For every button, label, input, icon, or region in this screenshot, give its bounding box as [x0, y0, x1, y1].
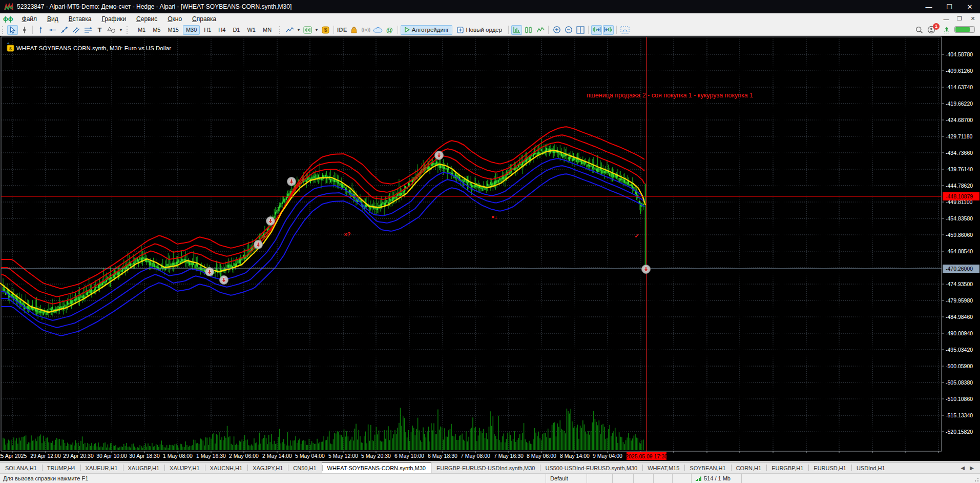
- price-tick-label: -404.58780: [946, 51, 973, 57]
- community-button[interactable]: @: [384, 25, 395, 35]
- toolbar-drag-handle[interactable]: [2, 26, 5, 34]
- market-button[interactable]: [349, 25, 360, 35]
- symbol-tab-WHEAT-SOYBEANS-CORN.synth,M30[interactable]: WHEAT-SOYBEANS-CORN.synth,M30: [322, 462, 431, 473]
- zoom-in-button[interactable]: [551, 25, 562, 35]
- chart-type-caret-icon[interactable]: ▼: [297, 28, 301, 32]
- symbol-tab-XAUCNH,H1[interactable]: XAUCNH,H1: [205, 462, 248, 473]
- equidistant-lines-tool-button[interactable]: [82, 25, 93, 35]
- menu-item-Окно[interactable]: Окно: [162, 14, 187, 24]
- close-button[interactable]: ✕: [960, 0, 980, 13]
- child-close-button[interactable]: ✕: [967, 15, 979, 23]
- update-arrow-icon[interactable]: [941, 25, 952, 35]
- status-profile[interactable]: Default: [546, 474, 587, 483]
- search-icon[interactable]: [914, 25, 925, 35]
- timeframe-button-D1[interactable]: D1: [230, 25, 243, 35]
- chart-canvas[interactable]: ×?×↓✓пшеница продажа 2 - соя покупка 1 -…: [0, 36, 980, 461]
- time-tick-label: 5 May 12:00: [328, 453, 358, 459]
- quotes-button[interactable]: $: [320, 25, 331, 35]
- metaquotes-icon: ϕϕ: [0, 15, 17, 23]
- symbol-tab-XAUEUR,H1[interactable]: XAUEUR,H1: [80, 462, 123, 473]
- text-tool-button[interactable]: T: [94, 25, 105, 35]
- symbol-tab-EURUSD,H1[interactable]: EURUSD,H1: [808, 462, 851, 473]
- crosshair-tool-button[interactable]: [19, 25, 30, 35]
- tile-windows-button[interactable]: [575, 25, 586, 35]
- toolbar-drag-handle[interactable]: [279, 26, 282, 34]
- price-tick-label: -484.98460: [946, 314, 973, 320]
- zoom-out-button[interactable]: [563, 25, 574, 35]
- toolbar-drag-handle[interactable]: [127, 26, 129, 34]
- price-tick-label: -429.71180: [946, 133, 973, 139]
- ide-button[interactable]: IDE: [337, 25, 348, 35]
- symbol-tab-SOYBEAN,H1[interactable]: SOYBEAN,H1: [684, 462, 731, 473]
- mt5-window: 52323847 - Alpari-MT5-Demo: Демо-счет - …: [0, 0, 980, 483]
- screenshot-button[interactable]: [619, 25, 630, 35]
- time-tick-label: 7 May 08:00: [461, 453, 490, 459]
- signals-button[interactable]: ((ο)): [361, 25, 371, 35]
- price-tick-label: -464.88540: [946, 248, 973, 254]
- timeframe-button-M5[interactable]: M5: [150, 25, 163, 35]
- notification-badge: 1: [933, 23, 940, 30]
- shift-end-button[interactable]: [591, 25, 602, 35]
- tabs-scroll-left-icon[interactable]: ◀: [961, 465, 965, 471]
- maximize-button[interactable]: ☐: [939, 0, 960, 13]
- connection-status-bar: [954, 26, 975, 34]
- timeframe-button-M30[interactable]: M30: [183, 25, 200, 35]
- price-tick-label: -454.83580: [946, 215, 973, 222]
- price-tick-label: -434.73660: [946, 150, 973, 156]
- child-restore-button[interactable]: ❐: [953, 15, 966, 23]
- status-cell: [741, 474, 980, 483]
- shapes-tool-button[interactable]: [106, 25, 117, 35]
- line-graph-button[interactable]: [535, 25, 546, 35]
- vertical-line-tool-button[interactable]: [35, 25, 46, 35]
- symbol-tab-USDInd,H1[interactable]: USDInd,H1: [851, 462, 890, 473]
- indicator-list-button[interactable]: [302, 25, 313, 35]
- cursor-tool-button[interactable]: [7, 25, 18, 35]
- menu-item-Сервис[interactable]: Сервис: [131, 14, 162, 24]
- timeframe-button-H1[interactable]: H1: [201, 25, 214, 35]
- timeframe-button-MN[interactable]: MN: [260, 25, 275, 35]
- child-minimize-button[interactable]: —: [940, 15, 952, 23]
- symbol-tab-XAGJPY,H1[interactable]: XAGJPY,H1: [247, 462, 288, 473]
- timeframe-button-M15[interactable]: M15: [164, 25, 181, 35]
- symbol-tab-CORN,H1[interactable]: CORN,H1: [731, 462, 767, 473]
- window-title: 52323847 - Alpari-MT5-Demo: Демо-счет - …: [17, 3, 919, 10]
- shapes-dropdown-caret-icon[interactable]: ▼: [119, 28, 123, 32]
- menu-item-Справка[interactable]: Справка: [187, 14, 221, 24]
- horizontal-line-tool-button[interactable]: [47, 25, 58, 35]
- resize-grip[interactable]: [972, 475, 979, 482]
- line-chart-type-button[interactable]: [284, 25, 295, 35]
- timeframe-button-W1[interactable]: W1: [244, 25, 259, 35]
- price-tick-label: -414.63740: [946, 84, 973, 90]
- timeframe-button-M1[interactable]: M1: [135, 25, 149, 35]
- menu-item-Графики[interactable]: Графики: [96, 14, 131, 24]
- symbol-tab-TRUMP,H4[interactable]: TRUMP,H4: [42, 462, 80, 473]
- menu-item-Вид[interactable]: Вид: [42, 14, 64, 24]
- timeframe-button-H4[interactable]: H4: [215, 25, 228, 35]
- symbol-tab-EURGBP-EURUSD-USDInd.synth,M30[interactable]: EURGBP-EURUSD-USDInd.synth,M30: [431, 462, 540, 473]
- new-order-button[interactable]: Новый ордер: [453, 25, 506, 35]
- symbol-tab-XAUJPY,H1[interactable]: XAUJPY,H1: [164, 462, 205, 473]
- symbol-tab-EURGBP,H1[interactable]: EURGBP,H1: [766, 462, 808, 473]
- symbol-tab-US500-USDInd-EURUSD.synth,M30[interactable]: US500-USDInd-EURUSD.synth,M30: [540, 462, 642, 473]
- cloud-button[interactable]: [372, 25, 383, 35]
- price-tick-label: -510.10860: [946, 396, 973, 402]
- symbol-tab-XAUGBP,H1[interactable]: XAUGBP,H1: [123, 462, 165, 473]
- indicator-caret-icon[interactable]: ▼: [315, 28, 319, 32]
- symbol-tab-WHEAT,M15[interactable]: WHEAT,M15: [642, 462, 684, 473]
- notifications-button[interactable]: 1: [926, 25, 936, 35]
- algo-trading-button[interactable]: Алготрейдинг: [401, 25, 453, 35]
- market-depth-button[interactable]: [523, 25, 534, 35]
- symbol-tab-SOLANA,H1[interactable]: SOLANA,H1: [0, 462, 42, 473]
- symbol-tab-CN50,H1[interactable]: CN50,H1: [288, 462, 321, 473]
- tabs-scroll-right-icon[interactable]: ▶: [970, 465, 974, 471]
- tick-chart-button[interactable]: [511, 25, 522, 35]
- minimize-button[interactable]: —: [919, 0, 939, 13]
- auto-scroll-button[interactable]: [603, 25, 614, 35]
- trendline-tool-button[interactable]: [59, 25, 70, 35]
- menu-item-Файл[interactable]: Файл: [17, 14, 43, 24]
- status-cell: [587, 474, 612, 483]
- price-tick-label: -424.68700: [946, 117, 973, 123]
- menu-item-Вставка[interactable]: Вставка: [64, 14, 97, 24]
- svg-text:+: +: [7, 41, 10, 46]
- channel-tool-button[interactable]: [71, 25, 81, 35]
